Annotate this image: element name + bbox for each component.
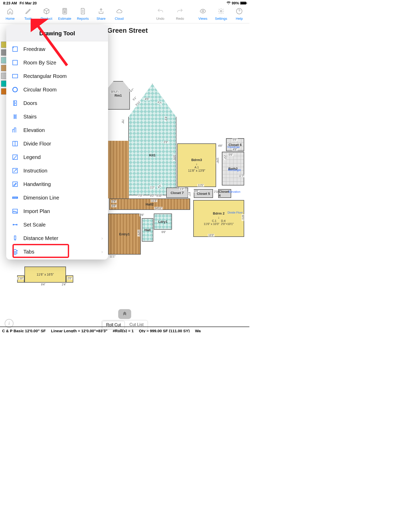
room-hall[interactable]: Hall [142, 218, 153, 242]
annot-freedraw: Freedraw [228, 145, 240, 149]
mini-plan-fragment[interactable]: 11'6" x 16'5" 1'10" 2'0" 9'4" 2'4" [17, 267, 69, 292]
wood-area[interactable] [108, 141, 129, 198]
rect-icon [11, 72, 19, 80]
svg-rect-12 [13, 60, 17, 65]
svg-point-3 [64, 11, 65, 12]
door-icon [11, 99, 19, 107]
menu-instruction[interactable]: Instruction [6, 164, 108, 177]
menu-tabs[interactable]: Tabs › [6, 245, 108, 258]
svg-point-5 [64, 12, 64, 13]
battery-icon [240, 2, 246, 5]
menu-freedraw[interactable]: Freedraw [6, 42, 108, 56]
annot-rectangle: Rectangle [228, 168, 241, 171]
annot-divide: Divide Floor [228, 211, 243, 214]
menu-import-plan[interactable]: Import Plan [6, 204, 108, 218]
menu-handwriting[interactable]: Handwriting [6, 177, 108, 191]
pencil-icon [25, 8, 32, 16]
menu-stairs[interactable]: Stairs [6, 110, 108, 123]
menu-doors[interactable]: Doors [6, 96, 108, 110]
redo-button[interactable]: Redo [172, 8, 188, 21]
room-hall2[interactable]: Hall2 [109, 198, 190, 210]
svg-point-9 [220, 10, 222, 12]
svg-point-14 [13, 87, 17, 92]
square-icon [11, 59, 19, 66]
status-footer: C & P Basic 12'0.00" SF Linear Length = … [0, 327, 249, 332]
menu-set-scale[interactable]: Set Scale [6, 218, 108, 231]
legend-icon [11, 154, 19, 161]
drawing-tool-popover: Drawing Tool Freedraw Room By Size Recta… [6, 25, 108, 260]
room-bdrm3[interactable]: Bdrm3 ↓ A.1 11'8" x 13'9" [177, 143, 216, 187]
menu-divide-floor[interactable]: Divide Floor [6, 137, 108, 150]
drawing-tool-list: Freedraw Room By Size Rectangular Room C… [6, 41, 108, 260]
room-closet6[interactable]: Closet 6 [226, 138, 244, 151]
menu-legend[interactable]: Legend [6, 150, 108, 164]
menu-room-by-size[interactable]: Room By Size [6, 56, 108, 69]
svg-point-7 [65, 12, 66, 13]
svg-point-6 [64, 12, 65, 13]
share-icon [98, 8, 104, 16]
menu-dimension-line[interactable]: Dimension Line [6, 191, 108, 204]
layers-icon [11, 248, 19, 255]
elevation-icon [11, 127, 19, 134]
meter-icon [11, 235, 19, 242]
status-date: Fri Mar 20 [19, 1, 37, 5]
status-time: 8:23 AM [3, 1, 17, 5]
menu-distance-meter[interactable]: Distance Meter › [6, 231, 108, 245]
handwriting-icon [11, 181, 19, 188]
room-closet5[interactable]: Closet 5 [194, 189, 213, 198]
menu-elevation[interactable]: Elevation [6, 123, 108, 137]
home-icon [7, 8, 14, 16]
svg-point-2 [64, 11, 64, 12]
cloud-icon [116, 8, 123, 16]
circle-icon [11, 86, 19, 93]
menu-circular-room[interactable]: Circular Room [6, 83, 108, 96]
cloud-button[interactable]: Cloud [112, 8, 127, 21]
reports-button[interactable]: Reports [75, 8, 90, 21]
image-icon [11, 208, 19, 215]
svg-rect-1 [64, 9, 66, 10]
home-button[interactable]: Home [3, 8, 18, 21]
room-closet4[interactable]: Closet 4 [218, 189, 231, 198]
room-closet7[interactable]: Closet 7 [166, 188, 188, 198]
gear-icon [218, 8, 224, 16]
svg-rect-23 [14, 236, 16, 240]
wifi-icon [227, 1, 231, 5]
stairs-icon [11, 113, 19, 120]
box-icon [43, 8, 50, 16]
divide-icon [11, 140, 19, 147]
chevron-right-icon: › [101, 236, 103, 241]
room-rm1[interactable]: Rm1 [107, 81, 130, 110]
calculator-icon [61, 8, 68, 16]
room-bath2[interactable]: Bath2 [222, 152, 244, 185]
menu-rectangular-room[interactable]: Rectangular Room [6, 69, 108, 83]
status-bar: 8:23 AM Fri Mar 20 99% [0, 0, 249, 6]
svg-point-16 [15, 103, 16, 103]
room-ldry1[interactable]: Ldry1 [154, 214, 172, 230]
product-button[interactable]: Product [39, 8, 54, 21]
settings-button[interactable]: Settings [214, 8, 229, 21]
views-button[interactable]: Views [195, 8, 210, 21]
top-toolbar: Home Tools Product Estimate Reports [0, 6, 249, 23]
estimate-button[interactable]: Estimate [57, 8, 72, 21]
scale-icon [11, 221, 19, 228]
redo-icon [177, 8, 183, 16]
tools-button[interactable]: Tools [21, 8, 36, 21]
instruction-icon [11, 167, 19, 174]
svg-point-4 [65, 11, 66, 12]
room-kit1[interactable]: Kit1 [128, 84, 176, 195]
document-icon [79, 8, 86, 16]
svg-rect-13 [12, 74, 18, 78]
battery-percent: 99% [232, 1, 239, 5]
room-entry1[interactable]: Entry1 [108, 214, 141, 255]
annot-elevation: Elevation [229, 190, 240, 193]
room-bdrm2[interactable]: Bdrm 2 ↓ C.1 D.4 11'6" x 10'3" 2'0"×10'1… [193, 200, 244, 237]
share-button[interactable]: Share [94, 8, 109, 21]
freedraw-icon [11, 45, 19, 53]
eye-icon [200, 8, 206, 16]
undo-icon [157, 8, 164, 16]
collapse-button[interactable] [118, 309, 131, 319]
chevron-right-icon: › [101, 249, 103, 255]
popover-title: Drawing Tool [6, 25, 108, 41]
undo-button[interactable]: Undo [153, 8, 168, 21]
help-button[interactable]: Help [232, 8, 247, 21]
